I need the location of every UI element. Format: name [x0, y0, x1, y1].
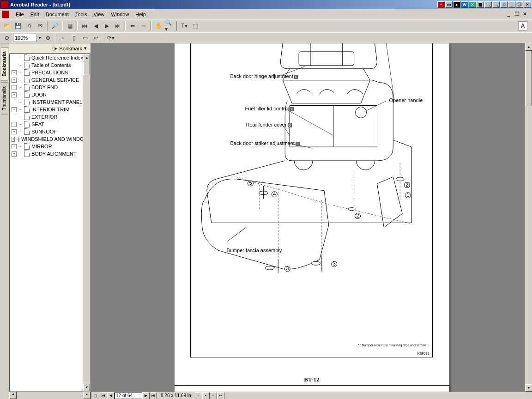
minimize-button[interactable]: _ [508, 1, 515, 8]
adobe-logo[interactable]: A [518, 21, 527, 30]
expand-icon[interactable]: + [12, 144, 17, 149]
single-page-button[interactable]: ▫ [195, 392, 202, 399]
svg-text:2: 2 [405, 182, 408, 187]
mail-button[interactable]: ✉ [35, 21, 45, 31]
save-button[interactable]: 💾 [13, 21, 23, 31]
doc-restore-button[interactable]: ❐ [515, 11, 522, 18]
fit-width-button[interactable]: ▭ [80, 33, 90, 43]
print-button[interactable]: ⎙ [24, 21, 34, 31]
sidebar-vscroll[interactable]: ▴ ▾ [83, 54, 90, 391]
bookmark-item[interactable]: +···MIRROR [12, 143, 90, 150]
scroll-up-button[interactable]: ▴ [525, 43, 532, 51]
tray-icon[interactable]: ▦ [477, 1, 484, 8]
menu-window[interactable]: Window [108, 11, 132, 18]
expand-icon[interactable]: + [12, 129, 17, 134]
bookmark-item[interactable]: +···INTERIOR TRIM [12, 106, 90, 113]
zoom-in-button[interactable]: ⊕ [43, 33, 53, 43]
expand-icon[interactable]: + [12, 137, 15, 142]
page-input[interactable] [115, 393, 142, 399]
close-button[interactable]: ✕ [524, 1, 531, 8]
continuous-facing-button[interactable]: ▪▪ [217, 392, 224, 399]
next-page-button[interactable]: ▶ [102, 21, 112, 31]
rotate-button[interactable]: ⟳▾ [106, 33, 116, 43]
show-nav-button[interactable]: ▤ [65, 21, 75, 31]
tab-thumbnails[interactable]: Thumbnails [1, 82, 8, 115]
first-page-button[interactable]: ⏮ [100, 392, 107, 399]
scroll-thumb[interactable] [83, 61, 90, 75]
graphic-select-tool[interactable]: ⬚ [190, 21, 200, 31]
bookmark-item[interactable]: +···WINDSHIELD AND WINDOWS [12, 135, 90, 143]
menu-tools[interactable]: Tools [73, 11, 90, 18]
expand-icon[interactable]: + [12, 85, 17, 90]
document-scroll[interactable]: 5 4 3 3 2 2 1 [91, 43, 532, 399]
expand-icon[interactable]: + [12, 70, 17, 75]
expand-icon[interactable]: + [12, 122, 17, 127]
svg-point-31 [311, 261, 320, 265]
page-layout-button[interactable]: ▯ [91, 393, 100, 399]
doc-minimize-button[interactable]: _ [507, 11, 514, 18]
zoom-tool[interactable]: 🔍▾ [164, 21, 175, 31]
text-select-tool[interactable]: T▾ [179, 21, 189, 31]
bookmark-item[interactable]: ···INSTRUMENT PANEL [12, 98, 90, 106]
bookmark-item[interactable]: ···EXTERIOR [12, 113, 90, 121]
tray-icon[interactable]: ▸ [453, 1, 460, 8]
zoom-drop-icon[interactable]: ▾ [38, 36, 42, 40]
sidebar-title[interactable]: Bookmark [59, 46, 82, 51]
actual-size-button[interactable]: ▫ [58, 33, 68, 43]
tray-word-icon[interactable]: W [461, 1, 468, 8]
next-page-button[interactable]: ▶ [142, 392, 150, 399]
menu-help[interactable]: Help [133, 11, 149, 18]
scroll-down-button[interactable]: ▾ [525, 384, 532, 392]
bookmark-item[interactable]: +···BODY END [12, 84, 90, 91]
tray-icon[interactable]: ⎙ [500, 1, 508, 8]
bookmark-item[interactable]: +···SEAT [12, 121, 90, 128]
bookmark-item[interactable]: +···BODY ALIGNMENT [12, 150, 90, 157]
tray-icon[interactable]: 🔍 [484, 1, 492, 8]
last-page-button[interactable]: ⏭ [113, 21, 123, 31]
bookmark-item[interactable]: +···PRECAUTIONS [12, 69, 90, 76]
bookmark-item[interactable]: ···Quick Reference Index [12, 54, 90, 61]
tab-bookmarks[interactable]: Bookmarks [1, 47, 8, 80]
bookmark-item[interactable]: ···Table of Contents [12, 61, 90, 69]
scroll-down-button[interactable]: ▾ [83, 384, 90, 391]
tray-excel-icon[interactable]: X [469, 1, 476, 8]
prev-page-button[interactable]: ◀ [107, 392, 115, 399]
hand-tool[interactable]: ✋ [153, 21, 163, 31]
scroll-right-button[interactable]: ▸ [83, 392, 91, 399]
tray-icon[interactable]: • [437, 1, 445, 8]
prev-page-button[interactable]: ◀ [91, 21, 101, 31]
expand-icon[interactable]: + [12, 107, 17, 112]
expand-icon[interactable]: + [12, 151, 17, 157]
expand-icon[interactable]: + [12, 92, 17, 97]
scroll-left-button[interactable]: ◂ [9, 392, 17, 399]
doc-close-button[interactable]: ✕ [523, 11, 530, 18]
zoom-out-button[interactable]: ⊖ [2, 33, 12, 43]
menu-view[interactable]: View [91, 11, 108, 18]
tray-icon[interactable]: 🔍 [492, 1, 500, 8]
bookmark-item[interactable]: +···DOOR [12, 91, 90, 98]
tray-icon[interactable]: ▭ [445, 1, 453, 8]
sidebar-hscroll[interactable]: ◂ ▸ [9, 392, 91, 399]
zoom-input[interactable] [13, 34, 37, 42]
open-button[interactable]: 📂 [2, 21, 12, 31]
forward-button[interactable]: ➡ [139, 21, 149, 31]
continuous-button[interactable]: ▪ [202, 392, 210, 399]
menu-file[interactable]: File [13, 11, 27, 18]
expand-icon[interactable]: + [12, 78, 17, 83]
find-button[interactable]: 🔎 [50, 21, 60, 31]
facing-button[interactable]: ▫▫ [210, 392, 217, 399]
menu-document[interactable]: Document [43, 11, 72, 18]
doc-vscroll[interactable]: ▴ ▾ [525, 43, 532, 392]
fit-page-button[interactable]: ▯ [69, 33, 79, 43]
reflow-button[interactable]: ↩ [91, 33, 101, 43]
scroll-thumb[interactable] [525, 51, 532, 106]
scroll-up-button[interactable]: ▴ [83, 54, 90, 61]
back-button[interactable]: ⬅ [127, 21, 138, 31]
first-page-button[interactable]: ⏮ [79, 21, 90, 31]
maximize-button[interactable]: ❐ [516, 1, 523, 8]
last-page-button[interactable]: ⏭ [150, 392, 157, 399]
bookmark-item[interactable]: +···GENERAL SERVICE [12, 76, 90, 84]
chevron-down-icon[interactable]: ▾ [84, 45, 87, 51]
menu-edit[interactable]: Edit [28, 11, 42, 18]
bookmark-item[interactable]: +···SUNROOF [12, 128, 90, 135]
